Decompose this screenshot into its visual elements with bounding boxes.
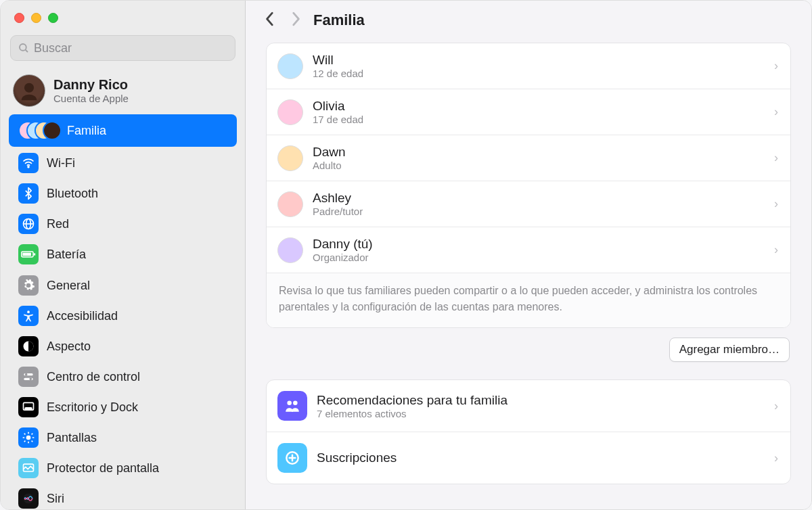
svg-line-24 bbox=[32, 441, 33, 442]
sidebar-item-aspecto[interactable]: Aspecto bbox=[9, 331, 237, 361]
account-avatar bbox=[13, 74, 45, 107]
member-subtitle: Adulto bbox=[313, 160, 346, 171]
member-name: Ashley bbox=[313, 191, 363, 206]
member-avatar bbox=[277, 237, 303, 263]
search-icon bbox=[18, 42, 30, 54]
member-name: Olivia bbox=[313, 99, 363, 114]
member-subtitle: 17 de edad bbox=[313, 114, 363, 125]
search-input[interactable]: Buscar bbox=[10, 35, 235, 61]
sidebar-item-label: Red bbox=[47, 217, 69, 231]
account-row[interactable]: Danny Rico Cuenta de Apple bbox=[1, 70, 245, 114]
batt-icon bbox=[18, 244, 39, 264]
sidebar-item-wi-fi[interactable]: Wi-Fi bbox=[9, 148, 237, 178]
sidebar-item-label: Protector de pantalla bbox=[47, 461, 159, 476]
page-title: Familia bbox=[313, 11, 365, 29]
sidebar-item-accesibilidad[interactable]: Accesibilidad bbox=[9, 301, 237, 331]
sidebar-item-label: Batería bbox=[47, 248, 86, 262]
forward-button[interactable] bbox=[290, 11, 301, 29]
sidebar-item-escritorio-y-dock[interactable]: Escritorio y Dock bbox=[9, 392, 237, 422]
gear-icon bbox=[18, 275, 39, 296]
svg-line-25 bbox=[24, 441, 26, 442]
svg-point-14 bbox=[25, 373, 28, 376]
sidebar-item-general[interactable]: General bbox=[9, 271, 237, 300]
sidebar-item-label: Familia bbox=[67, 124, 106, 138]
help-text: Revisa lo que tus familiares pueden comp… bbox=[267, 273, 790, 327]
main-panel: Familia Will 12 de edad › Olivia 17 de e… bbox=[246, 1, 811, 509]
family-member-row[interactable]: Will 12 de edad › bbox=[267, 43, 790, 89]
member-subtitle: Organizador bbox=[313, 252, 373, 263]
close-window-button[interactable] bbox=[14, 13, 24, 23]
minimize-window-button[interactable] bbox=[31, 13, 41, 23]
sidebar-item-red[interactable]: Red bbox=[9, 209, 237, 239]
sidebar-item-label: Wi-Fi bbox=[47, 156, 75, 170]
svg-point-3 bbox=[28, 166, 29, 168]
family-options-card: Recomendaciones para tu familia 7 elemen… bbox=[266, 379, 791, 484]
family-member-row[interactable]: Ashley Padre/tutor › bbox=[267, 181, 790, 227]
account-subtitle: Cuenta de Apple bbox=[53, 93, 129, 104]
search-placeholder: Buscar bbox=[34, 41, 72, 55]
chevron-right-icon: › bbox=[774, 243, 778, 257]
settings-window: Buscar Danny Rico Cuenta de Apple Famili… bbox=[1, 1, 811, 509]
member-avatar bbox=[277, 99, 303, 125]
sidebar-item-label: Bluetooth bbox=[47, 187, 98, 201]
svg-point-29 bbox=[287, 400, 292, 405]
window-controls bbox=[1, 9, 245, 35]
sidebar-item-label: Pantallas bbox=[47, 431, 97, 445]
sidebar-item-protector-de-pantalla[interactable]: Protector de pantalla bbox=[9, 453, 237, 483]
svg-point-15 bbox=[30, 378, 32, 381]
sidebar-item-pantallas[interactable]: Pantallas bbox=[9, 423, 237, 453]
family-option-row[interactable]: Suscripciones › bbox=[267, 432, 790, 484]
svg-line-23 bbox=[24, 434, 26, 435]
svg-rect-8 bbox=[22, 253, 31, 256]
svg-point-0 bbox=[20, 44, 26, 51]
dock-icon bbox=[18, 397, 39, 417]
family-member-row[interactable]: Olivia 17 de edad › bbox=[267, 89, 790, 135]
appear-icon bbox=[18, 336, 39, 356]
chevron-right-icon: › bbox=[774, 451, 778, 465]
sidebar-item-label: Siri bbox=[47, 492, 64, 506]
family-member-row[interactable]: Danny (tú) Organizador › bbox=[267, 227, 790, 273]
sidebar-item-familia[interactable]: Familia bbox=[9, 114, 237, 147]
option-title: Suscripciones bbox=[317, 450, 397, 465]
ss-icon bbox=[18, 458, 39, 478]
option-title: Recomendaciones para tu familia bbox=[317, 393, 508, 408]
family-members-card: Will 12 de edad › Olivia 17 de edad › Da… bbox=[266, 43, 791, 328]
svg-line-26 bbox=[32, 434, 33, 435]
family-member-row[interactable]: Dawn Adulto › bbox=[267, 135, 790, 181]
disp-icon bbox=[18, 427, 39, 448]
back-button[interactable] bbox=[265, 11, 275, 29]
sidebar-item-centro-de-control[interactable]: Centro de control bbox=[9, 362, 237, 392]
subs-icon bbox=[277, 443, 307, 473]
member-avatar bbox=[277, 53, 303, 79]
sidebar-item-label: General bbox=[47, 279, 90, 293]
sidebar-item-bluetooth[interactable]: Bluetooth bbox=[9, 179, 237, 208]
chevron-right-icon: › bbox=[774, 151, 778, 165]
member-subtitle: Padre/tutor bbox=[313, 206, 363, 217]
family-option-row[interactable]: Recomendaciones para tu familia 7 elemen… bbox=[267, 380, 790, 432]
siri-icon bbox=[18, 488, 39, 509]
chevron-right-icon: › bbox=[774, 197, 778, 211]
acc-icon bbox=[18, 306, 39, 326]
member-name: Will bbox=[313, 53, 363, 68]
svg-point-10 bbox=[27, 310, 30, 313]
svg-point-18 bbox=[26, 436, 31, 440]
svg-rect-9 bbox=[34, 253, 35, 255]
account-name: Danny Rico bbox=[53, 77, 129, 93]
member-avatar bbox=[277, 191, 303, 217]
sidebar-item-label: Accesibilidad bbox=[47, 309, 118, 323]
option-subtitle: 7 elementos activos bbox=[317, 408, 508, 419]
fullscreen-window-button[interactable] bbox=[48, 13, 58, 23]
add-member-button[interactable]: Agregar miembro… bbox=[669, 338, 790, 362]
globe-icon bbox=[18, 214, 39, 234]
cc-icon bbox=[18, 367, 39, 387]
sidebar-item-batería[interactable]: Batería bbox=[9, 239, 237, 269]
member-avatar bbox=[277, 145, 303, 171]
svg-point-2 bbox=[24, 83, 34, 93]
family-icon bbox=[277, 391, 307, 421]
chevron-right-icon: › bbox=[774, 399, 778, 413]
member-name: Danny (tú) bbox=[313, 237, 373, 252]
sidebar-item-label: Aspecto bbox=[47, 340, 91, 354]
svg-line-1 bbox=[26, 50, 28, 52]
sidebar-item-label: Escritorio y Dock bbox=[47, 400, 138, 415]
sidebar-item-siri[interactable]: Siri bbox=[9, 484, 237, 510]
